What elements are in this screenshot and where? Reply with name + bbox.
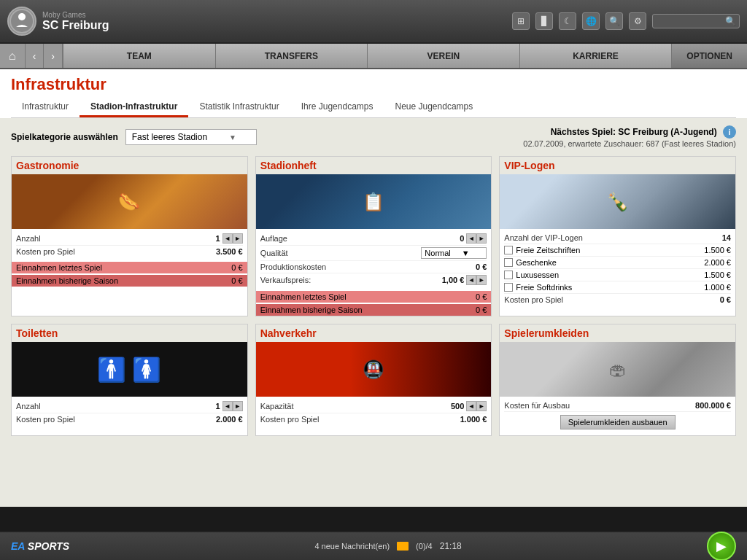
- spielerumkleide-ausbau-button[interactable]: Spielerumkleiden ausbauen: [560, 415, 676, 429]
- stadionheft-einnahmen-letztes-value: 0 €: [476, 292, 487, 301]
- vip-softdrinks-left: Freie Softdrinks: [504, 283, 572, 292]
- stadionheft-qualitaet-select[interactable]: Normal ▼: [421, 247, 487, 259]
- nahverkehr-image: 🚇: [256, 342, 492, 397]
- toiletten-kosten-row: Kosten pro Spiel 2.000 €: [16, 413, 243, 425]
- nahverkehr-increase-btn[interactable]: ►: [476, 401, 487, 411]
- stadionheft-qualitaet-row: Qualität Normal ▼: [260, 246, 487, 261]
- tab-jugendcamps[interactable]: Ihre Jugendcamps: [290, 98, 384, 117]
- ea-logo: EA SPORTS: [11, 540, 69, 552]
- gastronomie-anzahl-label: Anzahl: [16, 234, 41, 243]
- bottom-center: 4 neue Nachricht(en) (0)/4 21:18: [314, 541, 461, 551]
- toiletten-stepper[interactable]: ◄ ►: [222, 401, 243, 411]
- tab-stadion-infrastruktur[interactable]: Stadion-Infrastruktur: [80, 98, 188, 117]
- stadionheft-preis-stepper[interactable]: ◄ ►: [466, 275, 487, 285]
- toiletten-decrease-btn[interactable]: ◄: [222, 401, 233, 411]
- vip-kosten-label: Kosten pro Spiel: [504, 295, 563, 304]
- top-icons: ⊞ ▊ ☾ 🌐 🔍 ⚙ 🔍: [512, 12, 740, 30]
- toiletten-anzahl-value-area: 1 ◄ ►: [216, 401, 243, 411]
- search-box[interactable]: 🔍: [652, 14, 740, 28]
- moon-icon[interactable]: ☾: [559, 12, 576, 30]
- top-bar: Moby Games SC Freiburg ⊞ ▊ ☾ 🌐 🔍 ⚙ 🔍: [0, 0, 747, 44]
- info-button[interactable]: i: [723, 125, 736, 139]
- stadionheft-preis-increase-btn[interactable]: ►: [476, 275, 487, 285]
- toiletten-increase-btn[interactable]: ►: [233, 401, 243, 411]
- category-select[interactable]: Fast leeres Stadion ▼: [125, 129, 257, 145]
- vip-anzahl-label: Anzahl der VIP-Logen: [504, 233, 583, 242]
- page-header: Infrastruktur Infrastruktur Stadion-Infr…: [0, 69, 747, 118]
- tab-infrastruktur[interactable]: Infrastruktur: [11, 98, 80, 117]
- tab-statistik[interactable]: Statistik Infrastruktur: [188, 98, 290, 117]
- back-button[interactable]: ‹: [26, 44, 44, 68]
- stadionheft-body: Auflage 0 ◄ ► Qualität Normal: [256, 229, 492, 289]
- gastronomie-increase-btn[interactable]: ►: [233, 233, 243, 244]
- search-icon[interactable]: 🔍: [605, 12, 623, 30]
- gastronomie-body: Anzahl 1 ◄ ► Kosten pro Spiel 3.500 €: [12, 229, 247, 260]
- vip-anzahl-row: Anzahl der VIP-Logen 14: [504, 232, 731, 244]
- nav-transfers[interactable]: TRANSFERS: [216, 44, 368, 68]
- section-spielerumkleide: Spielerumkleiden 🏟 Kosten für Ausbau 800…: [499, 324, 736, 436]
- mail-count: (0)/4: [416, 542, 433, 551]
- toiletten-kosten-label: Kosten pro Spiel: [16, 415, 75, 424]
- vip-softdrinks-value: 1.000 €: [704, 283, 731, 292]
- section-stadionheft-title: Stadionheft: [256, 157, 492, 174]
- category-row: Spielkategorie auswählen Fast leeres Sta…: [11, 125, 736, 149]
- toiletten-body: Anzahl 1 ◄ ► Kosten pro Spiel 2.000 €: [12, 397, 247, 428]
- play-button[interactable]: ▶: [707, 532, 736, 560]
- vip-geschenke-checkbox[interactable]: [504, 258, 513, 267]
- vip-geschenke-label: Geschenke: [516, 258, 557, 267]
- nahverkehr-decrease-btn[interactable]: ◄: [466, 401, 476, 411]
- gastronomie-kosten-row: Kosten pro Spiel 3.500 €: [16, 246, 243, 257]
- chart-icon[interactable]: ▊: [535, 12, 553, 30]
- stadionheft-preis-decrease-btn[interactable]: ◄: [466, 275, 476, 285]
- nav-verein[interactable]: VEREIN: [368, 44, 520, 68]
- publisher-label: Moby Games: [42, 11, 109, 19]
- globe-icon[interactable]: 🌐: [582, 12, 600, 30]
- nahverkehr-stepper[interactable]: ◄ ►: [466, 401, 487, 411]
- gastronomie-kosten-value: 3.500 €: [216, 247, 243, 256]
- gastronomie-kosten-label: Kosten pro Spiel: [16, 247, 75, 256]
- settings-icon[interactable]: ⚙: [629, 12, 646, 30]
- vip-luxus-label: Luxusessen: [516, 271, 559, 279]
- vip-luxus-checkbox[interactable]: [504, 271, 513, 279]
- section-vip: VIP-Logen 🍾 Anzahl der VIP-Logen 14 Frei…: [499, 156, 736, 316]
- gastronomie-anzahl-value: 1 ◄ ►: [216, 233, 243, 244]
- gastronomie-einnahmen-saison-value: 0 €: [231, 276, 242, 285]
- stadionheft-stepper[interactable]: ◄ ►: [466, 233, 487, 244]
- tab-neue-jugendcamps[interactable]: Neue Jugendcamps: [384, 98, 484, 117]
- page-title: Infrastruktur: [11, 75, 736, 94]
- gastronomie-stepper[interactable]: ◄ ►: [222, 233, 243, 244]
- nav-karriere[interactable]: KARRIERE: [520, 44, 673, 68]
- nav-optionen[interactable]: OPTIONEN: [672, 44, 747, 68]
- home-button[interactable]: ⌂: [0, 44, 26, 68]
- sub-tabs: Infrastruktur Stadion-Infrastruktur Stat…: [11, 98, 736, 118]
- gastronomie-einnahmen-letztes-label: Einnahmen letztes Spiel: [16, 263, 102, 272]
- stadionheft-produktion-row: Produktionskosten 0 €: [260, 261, 487, 273]
- vip-softdrinks-checkbox[interactable]: [504, 283, 513, 292]
- stadionheft-increase-btn[interactable]: ►: [476, 233, 487, 244]
- forward-button[interactable]: ›: [44, 44, 63, 68]
- search-input[interactable]: [656, 17, 725, 26]
- gastronomie-einnahmen-letztes: Einnahmen letztes Spiel 0 €: [12, 262, 247, 273]
- toiletten-kosten-value: 2.000 €: [216, 415, 243, 424]
- nav-team[interactable]: TEAM: [63, 44, 216, 68]
- nahverkehr-kosten-label: Kosten pro Spiel: [260, 415, 320, 424]
- stadionheft-einnahmen-saison-label: Einnahmen bisherige Saison: [260, 306, 363, 314]
- stadionheft-decrease-btn[interactable]: ◄: [466, 233, 476, 244]
- vip-body: Anzahl der VIP-Logen 14 Freie Zeitschrif…: [500, 229, 735, 308]
- mail-icon[interactable]: [397, 542, 409, 551]
- vip-zeitschriften-checkbox[interactable]: [504, 246, 513, 254]
- vip-zeitschriften-left: Freie Zeitschriften: [504, 246, 580, 254]
- vip-image: 🍾: [500, 174, 735, 229]
- nav-menu: TEAM TRANSFERS VEREIN KARRIERE: [63, 44, 672, 68]
- svg-point-1: [18, 13, 26, 20]
- sections-grid: Gastronomie 🌭 Anzahl 1 ◄ ►: [11, 156, 736, 436]
- search-submit-icon[interactable]: 🔍: [725, 16, 736, 26]
- vip-anzahl-value: 14: [722, 233, 731, 242]
- next-game-info: Nächstes Spiel: SC Freiburg (A-Jugend) i…: [523, 125, 736, 149]
- gastronomie-decrease-btn[interactable]: ◄: [222, 233, 233, 244]
- monitor-icon[interactable]: ⊞: [512, 12, 530, 30]
- nav-bar: ⌂ ‹ › TEAM TRANSFERS VEREIN KARRIERE OPT…: [0, 44, 747, 69]
- next-game-title: Nächstes Spiel: SC Freiburg (A-Jugend): [551, 127, 717, 137]
- vip-kosten-value: 0 €: [720, 295, 731, 304]
- stadionheft-einnahmen-letztes: Einnahmen letztes Spiel 0 €: [256, 291, 492, 303]
